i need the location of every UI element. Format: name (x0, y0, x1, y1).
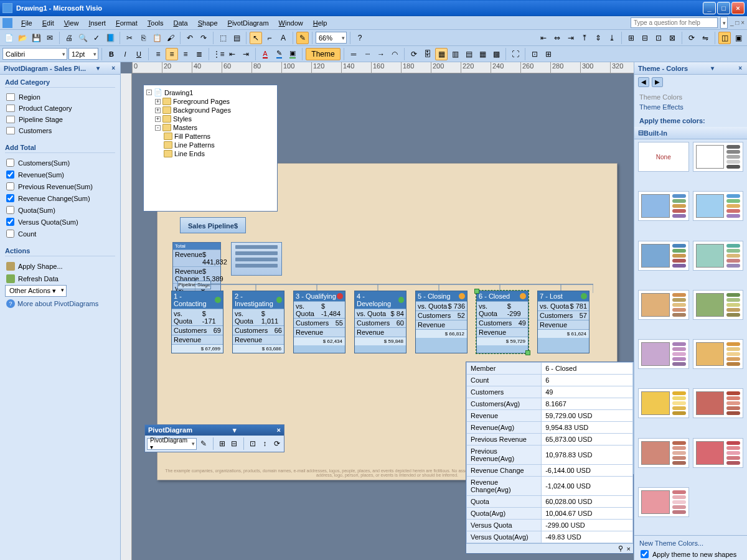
menu-insert[interactable]: Insert (83, 18, 111, 28)
pivot-node[interactable]: 4 - Developingvs. Quota$ 84Customers60Re… (354, 291, 406, 353)
theme-swatch[interactable] (638, 487, 689, 517)
minimize-button[interactable]: _ (703, 2, 716, 14)
line-pattern-icon[interactable]: ┄ (361, 48, 374, 60)
line-color-icon[interactable]: ✎ (273, 48, 285, 60)
flip-icon[interactable]: ⇋ (699, 32, 712, 44)
dist-v-icon[interactable]: ⊟ (639, 32, 651, 44)
line-ends-icon[interactable]: → (375, 48, 387, 60)
pivot-edit-icon[interactable]: ✎ (199, 438, 209, 449)
italic-icon[interactable]: I (119, 48, 131, 60)
theme-swatch[interactable] (693, 290, 744, 320)
align-right-icon[interactable]: ⇥ (565, 32, 577, 44)
pivot-combo[interactable]: PivotDiagram ▾ (147, 438, 197, 450)
category-item[interactable]: Customers (5, 125, 115, 136)
align-r-icon[interactable]: ≡ (179, 48, 192, 60)
connector-icon[interactable]: ⌐ (263, 32, 276, 44)
help-dropdown[interactable] (720, 17, 728, 29)
left-panel-dropdown-icon[interactable]: ▾ (95, 65, 101, 72)
indent-dec-icon[interactable]: ⇤ (226, 48, 238, 60)
help-search-input[interactable] (631, 17, 718, 28)
theme-swatch[interactable] (638, 191, 689, 221)
menu-window[interactable]: Window (274, 18, 308, 28)
total-checkbox[interactable]: Customers(Sum) (5, 157, 115, 169)
align-c-icon[interactable]: ≡ (166, 48, 178, 60)
shape-data-row[interactable]: Previous Revenue65,873.00 USD (467, 434, 633, 446)
doc-restore-button[interactable]: _ □ × (730, 19, 745, 26)
pivot-expand-icon[interactable]: ⊞ (217, 438, 227, 449)
maximize-button[interactable]: □ (717, 2, 730, 14)
save-icon[interactable]: 💾 (30, 32, 42, 44)
underline-icon[interactable]: U (133, 48, 145, 60)
drawing-explorer-window[interactable]: -📄Drawing1+Foreground Pages+Background P… (143, 85, 278, 212)
corner-icon[interactable]: ◠ (388, 48, 401, 60)
redo-icon[interactable]: ↷ (197, 32, 210, 44)
pivot-node[interactable]: 2 - Investigatingvs. Quota$ 1,011Custome… (232, 291, 284, 353)
shape-data-row[interactable]: Revenue Change-6,144.00 USD (467, 465, 633, 477)
fullscreen-icon[interactable]: ⛶ (509, 48, 522, 60)
format-painter-icon[interactable]: 🖌 (164, 32, 177, 44)
align-left-icon[interactable]: ⇤ (537, 32, 550, 44)
shape-data-row[interactable]: Revenue Change(Avg)-1,024.00 USD (467, 477, 633, 496)
pivot-node[interactable]: 7 - Lostvs. Quota$ 781Customers57Revenue… (537, 291, 590, 353)
pivot-node[interactable]: 1 - Contactingvs. Quota$ -171Customers69… (171, 291, 223, 353)
pivot-node[interactable]: 6 - Closedvs. Quota$ -299Customers49Reve… (476, 291, 529, 353)
theme-swatch[interactable] (638, 388, 689, 418)
glue-icon[interactable]: ⊞ (542, 48, 555, 60)
font-color-icon[interactable]: A (259, 48, 271, 60)
text-icon[interactable]: A (277, 32, 289, 44)
pivot-refresh-icon[interactable]: ⟳ (272, 438, 283, 449)
pivot-layout-icon[interactable]: ⊡ (247, 438, 258, 449)
align-l-icon[interactable]: ≡ (152, 48, 164, 60)
theme-back-icon[interactable]: ◀ (638, 77, 649, 87)
shape-data-row[interactable]: Customers(Avg)8.1667 (467, 398, 633, 410)
undo-icon[interactable]: ↶ (184, 32, 196, 44)
shape-data-row[interactable]: Previous Revenue(Avg)10,978.83 USD (467, 446, 633, 465)
layer-icon[interactable]: ◫ (718, 32, 731, 44)
menu-data[interactable]: Data (168, 18, 192, 28)
bold-icon[interactable]: B (105, 48, 118, 60)
preview-icon[interactable]: 🔍 (77, 32, 89, 44)
title-shape[interactable]: Sales Pipeline$ (180, 217, 246, 233)
open-icon[interactable]: 📂 (16, 32, 29, 44)
shape-data-tab[interactable]: Shape Data - Pivot Node.73 (633, 362, 634, 474)
rotate-icon[interactable]: ⟳ (685, 32, 698, 44)
fill-color-icon[interactable]: ▣ (286, 48, 299, 60)
shape-data-window[interactable]: Shape Data - Pivot Node.73 Member6 - Clo… (466, 362, 634, 554)
close-button[interactable]: × (731, 2, 745, 14)
cut-icon[interactable]: ✂ (123, 32, 136, 44)
shape-data-row[interactable]: Customers49 (467, 386, 633, 398)
theme-panel-dropdown-icon[interactable]: ▾ (710, 65, 715, 72)
shape-data-row[interactable]: Revenue59,729.00 USD (467, 410, 633, 422)
theme-effects-link[interactable]: Theme Effects (639, 102, 742, 112)
font-name-combo[interactable]: Calibri (2, 48, 67, 60)
ink-icon[interactable]: ✎ (296, 32, 309, 44)
total-checkbox[interactable]: Quota(Sum) (5, 204, 115, 216)
align-middle-icon[interactable]: ⇕ (592, 32, 604, 44)
font-size-combo[interactable]: 12pt (68, 48, 98, 60)
theme-swatch[interactable] (693, 191, 744, 221)
collapse-icon[interactable]: ⊟ (638, 129, 644, 137)
pivot-toolbar-close-icon[interactable]: × (277, 426, 281, 434)
total-checkbox[interactable]: Count (5, 228, 115, 240)
pd2-icon[interactable]: ▦ (476, 48, 489, 60)
menu-format[interactable]: Format (111, 18, 143, 28)
shape-data-row[interactable]: Quota(Avg)10,004.67 USD (467, 508, 633, 520)
theme-swatch[interactable] (638, 438, 689, 468)
align-j-icon[interactable]: ≣ (193, 48, 205, 60)
total-checkbox[interactable]: Versus Quota(Sum) (5, 216, 115, 228)
theme-swatch[interactable] (693, 339, 744, 369)
layer2-icon[interactable]: ▣ (732, 32, 745, 44)
category-item[interactable]: Product Category (5, 103, 115, 114)
paste-icon[interactable]: 📋 (151, 32, 163, 44)
theme-swatch[interactable] (693, 388, 744, 418)
theme-swatch[interactable] (693, 142, 744, 172)
align-top-icon[interactable]: ⤒ (578, 32, 591, 44)
ext-data-icon[interactable]: ▥ (449, 48, 461, 60)
indent-inc-icon[interactable]: ⇥ (240, 48, 252, 60)
pivot-node[interactable]: 5 - Closingvs. Quota$ 736Customers52Reve… (415, 291, 467, 353)
new-icon[interactable]: 📄 (2, 32, 15, 44)
shape-data-row[interactable]: Count6 (467, 375, 633, 386)
menu-file[interactable]: File (16, 18, 37, 28)
theme-swatch[interactable] (638, 290, 689, 320)
left-panel-close-icon[interactable]: × (110, 65, 116, 72)
